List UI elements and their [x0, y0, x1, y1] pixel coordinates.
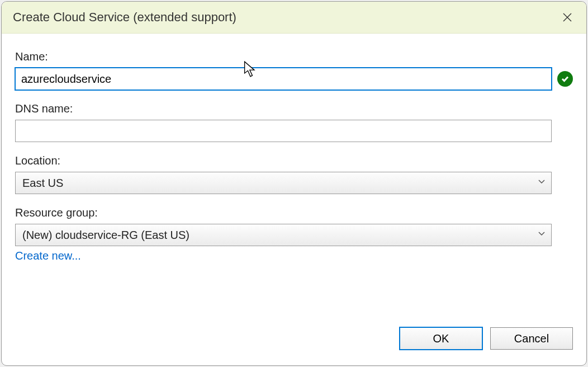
dns-field-group: DNS name:: [15, 102, 573, 142]
location-label: Location:: [15, 154, 573, 167]
dns-input-row: [15, 120, 573, 142]
chevron-down-icon: [538, 230, 546, 240]
dns-input[interactable]: [15, 120, 552, 142]
name-label: Name:: [15, 50, 573, 63]
resource-group-select[interactable]: (New) cloudservice-RG (East US): [15, 224, 552, 246]
create-new-link[interactable]: Create new...: [15, 250, 81, 262]
cancel-button[interactable]: Cancel: [490, 327, 573, 350]
button-row: OK Cancel: [2, 327, 586, 365]
dialog-content: Name: DNS name: Location: East US: [2, 34, 586, 327]
resource-group-label: Resource group:: [15, 206, 573, 219]
name-input[interactable]: [15, 68, 552, 90]
name-field-group: Name:: [15, 50, 573, 90]
ok-button[interactable]: OK: [400, 327, 482, 350]
resource-group-field-group: Resource group: (New) cloudservice-RG (E…: [15, 206, 573, 262]
titlebar: Create Cloud Service (extended support): [2, 2, 586, 34]
dns-label: DNS name:: [15, 102, 573, 115]
location-select[interactable]: East US: [15, 172, 552, 194]
resource-group-value: (New) cloudservice-RG (East US): [22, 229, 189, 242]
name-input-row: [15, 68, 573, 90]
dialog-title: Create Cloud Service (extended support): [13, 10, 236, 25]
location-field-group: Location: East US: [15, 154, 573, 194]
validation-success-icon: [557, 71, 573, 87]
close-icon: [562, 12, 573, 23]
chevron-down-icon: [538, 178, 546, 188]
close-button[interactable]: [559, 10, 575, 25]
location-value: East US: [22, 177, 63, 190]
create-cloud-service-dialog: Create Cloud Service (extended support) …: [1, 1, 587, 366]
